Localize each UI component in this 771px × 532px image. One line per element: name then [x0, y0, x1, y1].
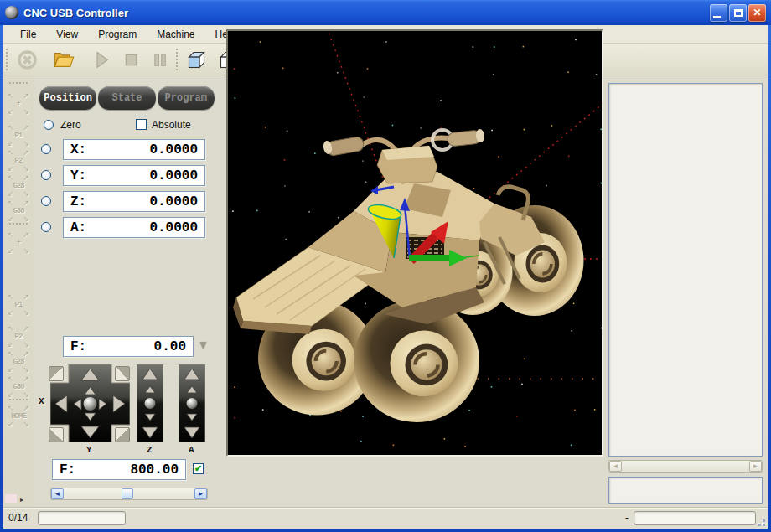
maximize-button[interactable]: [729, 4, 747, 22]
sidebar-goto-p2[interactable]: ↖↗↙↘P2: [7, 149, 30, 173]
scroll-left-icon[interactable]: ◄: [609, 461, 622, 472]
z-position-field[interactable]: Z: 0.0000: [63, 191, 205, 212]
feed-enable-checkbox[interactable]: ✔: [193, 463, 204, 474]
minimize-button[interactable]: [710, 4, 727, 22]
arrow-nw-icon: ↖: [8, 149, 14, 157]
close-button[interactable]: ✕: [748, 4, 766, 22]
y-axis-radio[interactable]: [41, 170, 51, 180]
jog-x-label: X: [39, 396, 44, 406]
sidebar-item-label: P1: [15, 302, 23, 309]
arrow-se-icon: ↘: [23, 190, 29, 198]
z-axis-radio[interactable]: [41, 196, 51, 206]
status-dash: -: [625, 512, 629, 524]
arrow-ne-icon: ↗: [23, 375, 29, 383]
scroll-right-icon[interactable]: ►: [749, 461, 762, 472]
sidebar-goto-offset[interactable]: ↖↗↙↘+: [7, 92, 30, 116]
arrow-sw-icon: ↙: [8, 215, 14, 223]
jog-speed-scrollbar[interactable]: ◄ ►: [50, 488, 208, 500]
gcode-current-line-box[interactable]: [608, 477, 763, 504]
play-icon: [90, 49, 112, 71]
arrow-se-icon: ↘: [23, 391, 29, 399]
sidebar-goto-p1[interactable]: ↖↗↙↘P1: [7, 293, 30, 317]
arrow-sw-icon: ↙: [8, 309, 14, 317]
app-icon: [5, 6, 18, 19]
open-folder-icon: [53, 49, 75, 71]
open-file-button[interactable]: [49, 46, 79, 73]
arrow-sw-icon: ↙: [8, 165, 14, 173]
menu-machine[interactable]: Machine: [147, 25, 204, 43]
jog-xy-center-button: [84, 397, 97, 411]
resize-grip[interactable]: [755, 516, 765, 526]
scroll-right-icon[interactable]: ►: [194, 488, 207, 499]
jog-pad-xy[interactable]: [50, 364, 130, 446]
toolbar-separator: [176, 49, 179, 70]
jog-pad-a[interactable]: [179, 364, 205, 446]
pause-button[interactable]: [144, 46, 174, 73]
gcode-panel: ◄ ►: [603, 75, 768, 507]
app-window: CNC USB Controller ✕ File View Program M…: [0, 0, 771, 532]
arrow-ne-icon: ↗: [23, 174, 29, 182]
sidebar-goto-offset[interactable]: ↖↗↙↘+: [7, 231, 30, 255]
sidebar-goto-g28[interactable]: ↖↗↙↘G28: [7, 350, 30, 374]
zero-radio[interactable]: [44, 120, 54, 130]
sidebar-goto-g30[interactable]: ↖↗↙↘G30: [7, 375, 30, 399]
jog-speed-thumb[interactable]: [122, 488, 133, 499]
sidebar-goto-p1[interactable]: ↖↗↙↘P1: [7, 124, 30, 147]
sidebar-goto-g28[interactable]: ↖↗↙↘G28: [7, 174, 30, 198]
tab-position[interactable]: Position: [39, 86, 96, 110]
sidebar-goto-home[interactable]: ↖↗↙↘HOME: [7, 405, 30, 428]
play-button[interactable]: [85, 46, 116, 73]
abort-button[interactable]: [12, 46, 42, 73]
arrow-nw-icon: ↖: [8, 124, 14, 132]
arrow-nw-icon: ↖: [8, 92, 14, 100]
feed-dropdown-icon[interactable]: ▼: [198, 338, 209, 351]
progress-field: [38, 511, 126, 525]
sidebar-item-label: G28: [13, 183, 23, 190]
arrow-ne-icon: ↗: [23, 92, 29, 100]
sidebar-item-label: HOME: [11, 413, 26, 421]
a-axis-label: A:: [70, 220, 86, 235]
sidebar-goto-p2[interactable]: ↖↗↙↘P2: [7, 325, 30, 349]
machine-3d-viewport[interactable]: [226, 29, 603, 457]
arrow-sw-icon: ↙: [8, 341, 14, 349]
sidebar-item-label: G28: [13, 359, 23, 366]
close-icon: ✕: [753, 8, 761, 18]
arrow-se-icon: ↘: [23, 215, 29, 223]
z-axis-value: 0.0000: [149, 194, 198, 209]
tab-program[interactable]: Program: [158, 86, 215, 110]
toolbar-overflow-block: [5, 494, 17, 503]
3d-scene: [228, 31, 602, 455]
jog-pad-z[interactable]: [137, 364, 163, 446]
feed-preset-field[interactable]: F: 800.00: [52, 459, 186, 480]
view-iso-button[interactable]: [181, 46, 211, 73]
x-axis-value: 0.0000: [149, 142, 198, 158]
menu-view[interactable]: View: [46, 25, 88, 43]
line-counter: 0/14: [8, 512, 28, 524]
toolbar-separator: [9, 399, 28, 401]
arrow-se-icon: ↘: [23, 165, 29, 173]
gcode-list[interactable]: [608, 83, 763, 457]
feed-current-label: F:: [70, 339, 86, 354]
arrow-sw-icon: ↙: [8, 421, 14, 428]
sidebar-item-label: P1: [15, 132, 23, 140]
absolute-checkbox[interactable]: [136, 119, 147, 130]
y-position-field[interactable]: Y: 0.0000: [63, 165, 205, 186]
stop-button[interactable]: [116, 46, 146, 73]
gcode-hscrollbar[interactable]: ◄ ►: [608, 460, 763, 473]
arrow-nw-icon: ↖: [8, 293, 14, 301]
menu-file[interactable]: File: [10, 25, 46, 43]
arrow-sw-icon: ↙: [8, 190, 14, 198]
tab-state[interactable]: State: [98, 86, 155, 110]
toolbar-overflow-chevron[interactable]: ▸: [20, 496, 23, 504]
arrow-ne-icon: ↗: [23, 149, 29, 157]
menu-program[interactable]: Program: [88, 25, 147, 43]
pause-icon: [148, 49, 171, 71]
a-axis-radio[interactable]: [41, 222, 51, 232]
x-axis-radio[interactable]: [41, 144, 51, 154]
feed-current-field[interactable]: F: 0.00: [63, 336, 194, 357]
sidebar-goto-g30[interactable]: ↖↗↙↘G30: [7, 199, 30, 223]
scroll-left-icon[interactable]: ◄: [51, 488, 64, 499]
a-position-field[interactable]: A: 0.0000: [63, 217, 205, 238]
status-message-field: [634, 511, 756, 525]
x-position-field[interactable]: X: 0.0000: [63, 139, 205, 160]
